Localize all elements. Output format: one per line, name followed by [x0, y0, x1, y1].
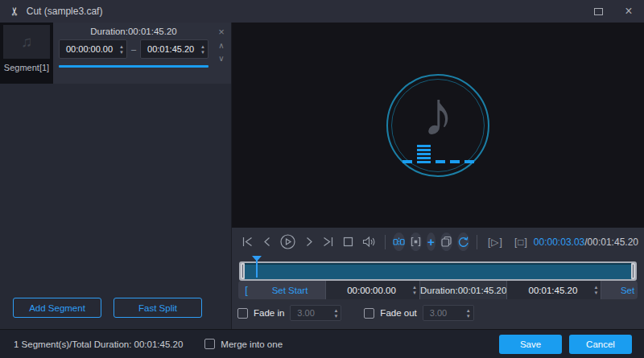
player-toolbar: + [▷] [□] 00:00:03.03/00:01:45.20	[237, 228, 638, 256]
go-to-end-button[interactable]	[322, 236, 334, 248]
fade-in-duration-field[interactable]: 3.00 ▲ ▼	[290, 305, 341, 321]
audio-preview-area: ♪	[232, 23, 644, 228]
segment-start-spinner: ▲ ▼	[119, 44, 124, 55]
trim-start-field[interactable]: 00:00:00.00 ▲ ▼	[326, 281, 419, 299]
segment-actions: Add Segment Fast Split	[13, 298, 202, 318]
music-note-icon: ♪	[388, 77, 488, 151]
equalizer-dash	[464, 160, 474, 163]
remove-segment-button[interactable]: ×	[218, 27, 225, 37]
segment-time-fields: 00:00:00.00 ▲ ▼ – 00:01:45.20 ▲ ▼	[59, 39, 208, 59]
previous-frame-button[interactable]	[262, 236, 272, 248]
segment-item-controls: × ∧ ∨	[212, 23, 231, 84]
segment-editor: Duration:00:01:45.20 00:00:00.00 ▲ ▼ – 0…	[53, 23, 212, 84]
play-button[interactable]	[280, 234, 295, 249]
window-controls: ×	[583, 0, 644, 23]
trim-settings-bar: [ Set Start 00:00:00.00 ▲ ▼ Duration:00:…	[238, 281, 638, 299]
spin-down-icon[interactable]: ▼	[466, 314, 471, 319]
reset-button[interactable]	[457, 232, 469, 251]
segment-end-value: 00:01:45.20	[147, 44, 200, 54]
fade-out-label: Fade out	[380, 308, 416, 318]
spin-up-icon[interactable]: ▲	[119, 44, 124, 49]
fade-out-duration-field[interactable]: 3.00 ▲ ▼	[423, 305, 474, 321]
segment-end-field[interactable]: 00:01:45.20 ▲ ▼	[140, 39, 208, 59]
segment-summary: 1 Segment(s)/Total Duration: 00:01:45.20	[14, 339, 183, 349]
fade-in-value: 3.00	[297, 308, 333, 318]
move-segment-up-button[interactable]: ∧	[218, 42, 224, 50]
play-segment-button[interactable]: [▷]	[488, 237, 503, 248]
segment-item: ♫ Segment[1] Duration:00:01:45.20 00:00:…	[0, 23, 231, 84]
segment-list-panel: ♫ Segment[1] Duration:00:01:45.20 00:00:…	[0, 23, 231, 329]
equalizer-visualization	[388, 145, 488, 163]
spin-up-icon[interactable]: ▲	[466, 308, 471, 313]
audio-disc: ♪	[386, 74, 489, 177]
add-button[interactable]: +	[427, 232, 436, 251]
trim-end-value: 00:01:45.20	[512, 286, 593, 295]
dialog-footer: 1 Segment(s)/Total Duration: 00:01:45.20…	[0, 329, 644, 358]
move-segment-down-button[interactable]: ∨	[218, 55, 224, 63]
volume-button[interactable]	[362, 236, 376, 248]
playhead-marker[interactable]	[256, 256, 258, 278]
cut-dialog: ✂ Cut (sample3.caf) × ♫ Segment[1] Durat…	[0, 0, 644, 358]
segment-start-value: 00:00:00.00	[66, 44, 119, 54]
range-dash: –	[131, 44, 136, 54]
merge-into-one-label: Merge into one	[221, 339, 283, 349]
spin-down-icon[interactable]: ▼	[119, 50, 124, 55]
spin-up-icon[interactable]: ▲	[333, 308, 338, 313]
segment-label: Segment[1]	[4, 63, 49, 72]
window-title: Cut (sample3.caf)	[27, 6, 103, 17]
fade-in-checkbox[interactable]	[237, 308, 248, 319]
merge-option: Merge into one	[204, 339, 283, 349]
playback-controls-panel: + [▷] [□] 00:00:03.03/00:01:45.20	[232, 228, 644, 329]
maximize-icon	[594, 8, 603, 15]
spin-up-icon[interactable]: ▲	[593, 285, 598, 290]
equalizer-dash	[436, 160, 445, 163]
toolbar-divider	[477, 235, 477, 249]
spin-up-icon[interactable]: ▲	[200, 44, 205, 49]
segment-thumb-column: ♫ Segment[1]	[0, 23, 53, 84]
timeline-end-handle[interactable]	[631, 263, 635, 279]
timeline-start-handle[interactable]	[241, 263, 245, 279]
merge-into-one-checkbox[interactable]	[204, 339, 215, 349]
toolbar-divider	[385, 235, 386, 249]
equalizer-dash	[450, 160, 460, 163]
timeline	[238, 256, 638, 278]
spin-down-icon[interactable]: ▼	[412, 290, 417, 295]
maximize-button[interactable]	[583, 0, 613, 23]
segment-thumbnail[interactable]: ♫	[3, 25, 50, 59]
stop-segment-button[interactable]: [□]	[514, 237, 528, 248]
copy-segment-button[interactable]	[440, 232, 452, 251]
fast-split-button[interactable]: Fast Split	[114, 298, 202, 318]
music-note-icon: ♫	[21, 33, 32, 51]
spin-down-icon[interactable]: ▼	[333, 314, 338, 319]
set-end-button[interactable]: Set End	[601, 281, 638, 299]
segment-duration-text: Duration:00:01:45.20	[59, 27, 208, 36]
trim-end-field[interactable]: 00:01:45.20 ▲ ▼	[507, 281, 601, 299]
save-button[interactable]: Save	[499, 335, 562, 354]
trim-duration-text: Duration:00:01:45.20	[420, 281, 506, 299]
close-icon: ×	[625, 5, 632, 18]
timeline-selected-range	[241, 263, 635, 279]
go-to-start-button[interactable]	[242, 236, 254, 248]
stop-button[interactable]	[342, 236, 354, 248]
close-button[interactable]: ×	[613, 0, 644, 23]
timeline-track[interactable]	[239, 261, 637, 281]
fade-out-value: 3.00	[430, 308, 466, 318]
cancel-button[interactable]: Cancel	[569, 335, 632, 354]
spin-up-icon[interactable]: ▲	[412, 285, 417, 290]
equalizer-dash	[402, 160, 412, 163]
time-display: 00:00:03.03/00:01:45.20	[534, 237, 638, 248]
preview-panel: ♪	[231, 23, 644, 329]
split-button[interactable]	[393, 232, 405, 251]
spin-down-icon[interactable]: ▼	[200, 50, 205, 55]
fade-out-checkbox[interactable]	[364, 308, 374, 319]
footer-buttons: Save Cancel	[499, 335, 632, 354]
set-start-button[interactable]: Set Start	[254, 281, 325, 299]
next-frame-button[interactable]	[303, 236, 314, 248]
select-region-button[interactable]	[410, 232, 422, 251]
left-bracket-icon: [	[238, 281, 254, 299]
spin-down-icon[interactable]: ▼	[593, 290, 598, 295]
add-segment-button[interactable]: Add Segment	[13, 298, 101, 318]
segment-start-field[interactable]: 00:00:00.00 ▲ ▼	[59, 39, 127, 59]
dialog-body: ♫ Segment[1] Duration:00:01:45.20 00:00:…	[0, 23, 644, 329]
segment-range-bar	[59, 65, 208, 68]
